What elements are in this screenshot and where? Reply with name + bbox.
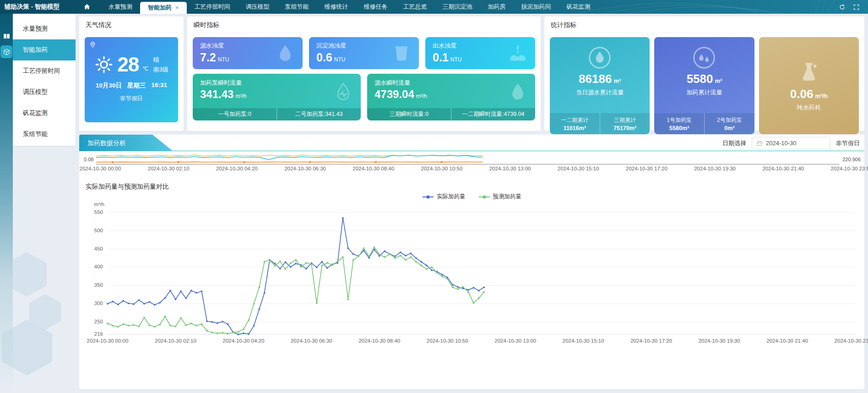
flow-card[interactable]: 加药泵瞬时流量341.43m³/h一号加药泵:0二号加药泵:341.43 xyxy=(193,74,361,120)
fullscreen-icon[interactable] xyxy=(853,4,860,11)
sparkline-chart[interactable] xyxy=(96,153,840,165)
topnav-tab[interactable]: 维修任务 xyxy=(356,0,396,14)
y-axis-tick: 350 xyxy=(86,282,103,288)
y-axis-tick: 300 xyxy=(86,300,103,306)
card-unit: m³/h xyxy=(416,93,427,99)
temperature-value: 28 xyxy=(117,55,139,75)
card-unit: NTU xyxy=(450,56,462,63)
stat-value: 86186m³ xyxy=(579,73,621,85)
topnav-tab[interactable]: 矾花监测 xyxy=(559,0,598,14)
turbidity-card[interactable]: 沉淀池浊度0.6NTU xyxy=(309,37,419,69)
sidebar-item[interactable]: 工艺停留时间 xyxy=(13,60,76,82)
card-value: 4739.04 xyxy=(374,88,414,100)
flow-detail-cell: 三期瞬时流量:0 xyxy=(367,108,451,120)
comparison-chart-svg xyxy=(86,206,858,340)
topnav-tab[interactable]: 泵组节能 xyxy=(277,0,317,14)
home-button[interactable] xyxy=(83,3,91,11)
x-axis-label: 2024-10-30 04:20 xyxy=(216,166,258,171)
temperature-unit: ℃ xyxy=(142,66,148,72)
stat-number: 86186 xyxy=(579,72,612,86)
flow-detail-strip: 三期瞬时流量:0一二期瞬时流量:4739.04 xyxy=(367,108,535,120)
stat-card[interactable]: 5580m³加药累计流量1号加药泵5580m³2号加药泵0m³ xyxy=(654,37,754,134)
x-axis-label: 2024-10-30 10:50 xyxy=(427,338,468,344)
weekday-text: 星期三 xyxy=(127,82,146,90)
x-axis-label: 2024-10-30 15:10 xyxy=(563,338,604,344)
x-axis-label: 2024-10-30 19:30 xyxy=(694,166,736,171)
sparkline-row: 0.08 220.906 xyxy=(79,151,864,165)
x-axis-label: 2024-10-30 02:10 xyxy=(148,166,190,171)
x-axis-label: 2024-10-30 06:30 xyxy=(284,166,326,171)
detail-value: 75170m³ xyxy=(613,125,636,131)
topnav-tab[interactable]: 三期沉淀池 xyxy=(435,0,480,14)
x-axis-label: 2024-10-30 13:00 xyxy=(489,166,531,171)
tab-close-icon[interactable]: × xyxy=(175,2,179,14)
sidebar-item[interactable]: 泵组节能 xyxy=(13,124,76,145)
weather-wind: 南3级 xyxy=(153,66,168,74)
stat-detail-cell: 1号加药泵5580m³ xyxy=(654,113,704,134)
icon-rail xyxy=(0,14,13,393)
x-axis-label: 2024-10-30 08:40 xyxy=(358,338,400,344)
topnav-tab-label: 水量预测 xyxy=(108,3,132,10)
topnav-tab[interactable]: 调压模型 xyxy=(238,0,277,14)
sidebar-item[interactable]: 水量预测 xyxy=(13,18,76,39)
y-axis-tick: 400 xyxy=(86,264,103,269)
book-icon[interactable] xyxy=(1,31,11,41)
droplet-drops-icon xyxy=(691,44,717,71)
top-bar: 辅助决策 - 智能模型 水量预测智能加药×工艺停留时间调压模型泵组节能维修统计维… xyxy=(0,0,868,14)
statistics-panel: 统计指标 86186m³当日源水累计流量一二期累计11016m³三期累计7517… xyxy=(544,16,864,131)
sidebar-item[interactable]: 矾花监测 xyxy=(13,103,76,124)
location-pin-icon xyxy=(89,41,96,48)
topnav-tab[interactable]: 脱泥加药间 xyxy=(514,0,559,14)
x-axis-label: 2024-10-30 02:10 xyxy=(155,338,196,344)
comparison-chart[interactable]: m³/h 5505004504003503002502162024-10-30 … xyxy=(86,202,858,349)
detail-value: 0m³ xyxy=(724,125,734,131)
stat-detail-strip: 1号加药泵5580m³2号加药泵0m³ xyxy=(654,113,754,134)
legend-item[interactable]: 预测加药量 xyxy=(478,193,522,201)
topnav-tab[interactable]: 加药房 xyxy=(480,0,514,14)
x-axis-label: 2024-10-30 23:50 xyxy=(831,166,868,171)
topnav-tab-label: 调压模型 xyxy=(246,3,270,10)
topnav-tab[interactable]: 智能加药× xyxy=(140,2,187,14)
stat-card[interactable]: 0.06m³/h吨水药耗 xyxy=(759,37,859,134)
topnav-tab[interactable]: 水量预测 xyxy=(101,0,140,14)
x-axis-label: 2024-10-30 21:40 xyxy=(762,166,804,171)
date-text: 10月30日 xyxy=(96,82,122,90)
flow-detail-strip: 一号加药泵:0二号加药泵:341.43 xyxy=(193,108,361,120)
stat-value: 0.06m³/h xyxy=(790,88,828,100)
refresh-icon[interactable] xyxy=(839,4,846,11)
x-axis-label: 2024-10-30 10:50 xyxy=(421,166,463,171)
flow-detail-cell: 一号加药泵:0 xyxy=(193,108,277,120)
sidebar-item[interactable]: 智能加药 xyxy=(13,39,76,60)
x-axis-label: 2024-10-30 06:30 xyxy=(291,338,332,344)
topnav-tab[interactable]: 工艺总览 xyxy=(396,0,435,14)
analysis-tab[interactable]: 加药数据分析 xyxy=(79,135,173,151)
legend-item[interactable]: 实际加药量 xyxy=(422,193,466,201)
sidebar: 水量预测智能加药工艺停留时间调压模型矾花监测泵组节能 xyxy=(13,14,76,146)
date-filter: 日期选择 2024-10-30 非节假日 xyxy=(722,137,860,149)
date-picker[interactable]: 2024-10-30 xyxy=(752,137,830,149)
x-axis-label: 2024-10-30 00:00 xyxy=(87,338,129,344)
turbidity-card[interactable]: 出水浊度0.1NTU xyxy=(425,37,535,69)
topnav-tab[interactable]: 维修统计 xyxy=(317,0,356,14)
comparison-chart-block: 实际加药量与预测加药量对比 实际加药量预测加药量 m³/h 5505004504… xyxy=(79,174,864,389)
sparkline-x-labels: 2024-10-30 00:002024-10-30 02:102024-10-… xyxy=(79,166,864,174)
weather-panel: 天气情况 28 ℃ 晴 南3级 10 xyxy=(79,16,184,131)
x-axis-label: 2024-10-30 00:00 xyxy=(80,166,121,171)
flow-card[interactable]: 源水瞬时流量4739.04m³/h三期瞬时流量:0一二期瞬时流量:4739.04 xyxy=(367,74,535,120)
topnav-tab-label: 加药房 xyxy=(488,3,506,10)
analysis-tab-label: 加药数据分析 xyxy=(87,139,126,147)
topnav-tab[interactable]: 工艺停留时间 xyxy=(187,0,238,14)
dosing-analysis-panel: 加药数据分析 日期选择 2024-10-30 非节假日 0.08 220.9 xyxy=(79,135,864,389)
x-axis-label: 2024-10-30 08:40 xyxy=(353,166,394,171)
date-value: 2024-10-30 xyxy=(766,140,797,147)
droplet-ring-icon xyxy=(586,44,613,71)
sidebar-item[interactable]: 调压模型 xyxy=(13,82,76,103)
stat-card[interactable]: 86186m³当日源水累计流量一二期累计11016m³三期累计75170m³ xyxy=(550,37,650,134)
kpi-row: 天气情况 28 ℃ 晴 南3级 10 xyxy=(79,16,864,131)
stat-value: 5580m³ xyxy=(687,73,722,85)
turbidity-card[interactable]: 源水浊度7.2NTU xyxy=(193,37,303,69)
weather-main: 28 ℃ 晴 南3级 xyxy=(85,55,178,75)
holiday-status: 非节假日 xyxy=(85,95,178,103)
sparkline-max-label: 220.906 xyxy=(842,157,861,162)
model-icon[interactable] xyxy=(0,45,12,58)
